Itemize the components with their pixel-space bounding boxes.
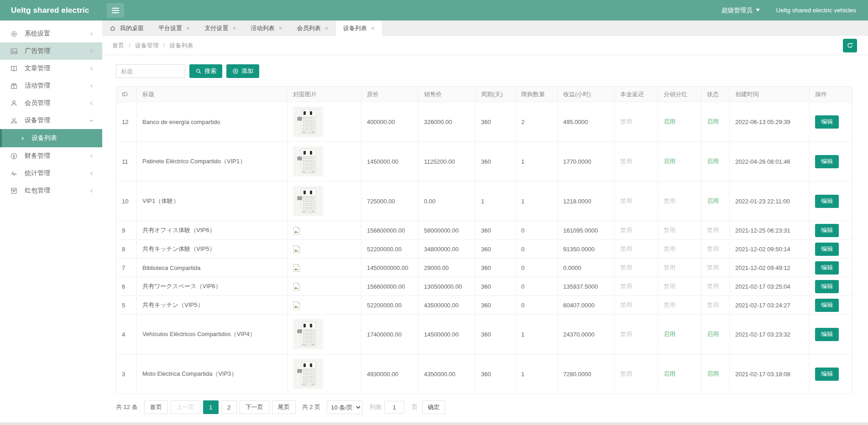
chevron-left-icon — [89, 31, 94, 36]
pagination-last-button[interactable]: 尾页 — [272, 400, 296, 414]
breadcrumb-item-1[interactable]: 设备管理 — [135, 41, 159, 50]
sidebar-item-3[interactable]: 活动管理 — [0, 77, 102, 94]
cell-id: 11 — [116, 142, 137, 181]
cell-sale_price: 1125200.00 — [418, 142, 476, 181]
pagination-page-2[interactable]: 2 — [221, 400, 237, 414]
pagination-page-1[interactable]: 1 — [203, 400, 219, 414]
pagination-total: 共 12 条 — [116, 403, 138, 411]
pagination-next-button[interactable]: 下一页 — [240, 400, 269, 414]
cell-sale_price: 130500000.00 — [418, 277, 476, 296]
breadcrumb-item-0[interactable]: 首页 — [112, 41, 124, 50]
edit-button[interactable]: 编辑 — [815, 155, 839, 168]
search-button[interactable]: 搜索 — [189, 64, 222, 78]
tab-bar: 我的桌面平台设置×支付设置×活动列表×会员列表×设备列表× — [102, 21, 868, 36]
close-icon[interactable]: × — [278, 25, 282, 31]
cell-id: 8 — [116, 240, 137, 259]
cell-dividend: 禁用 — [658, 296, 701, 315]
tab-2[interactable]: 支付设置× — [197, 21, 243, 36]
edit-button[interactable]: 编辑 — [815, 328, 839, 341]
cell-status: 启用 — [701, 102, 730, 142]
action-cell: 编辑 — [810, 102, 852, 142]
pagination-first-button[interactable]: 首页 — [144, 400, 168, 414]
cell-status: 启用 — [701, 354, 730, 394]
edit-button[interactable]: 编辑 — [815, 115, 839, 129]
hamburger-menu-icon[interactable] — [107, 3, 124, 18]
goto-confirm-button[interactable]: 确定 — [422, 400, 445, 414]
cell-price: 4930000.00 — [361, 354, 418, 394]
status-badge: 禁用 — [620, 370, 632, 378]
tab-3[interactable]: 活动列表× — [243, 21, 289, 36]
device-table: ID标题封面图片原价销售价周期(天)限购数量收益(小时)本金返还分销分红状态创建… — [116, 86, 852, 394]
device-photo — [288, 142, 361, 181]
breadcrumb-bar: 首页/设备管理/设备列表 — [102, 36, 868, 55]
table-row: 5共有キッチン（VIP5）52200000.0043500000.0036006… — [116, 296, 852, 315]
cell-id: 7 — [116, 259, 137, 277]
search-icon — [195, 68, 202, 74]
tab-1[interactable]: 平台设置× — [151, 21, 197, 36]
chevron-left-icon — [89, 154, 94, 159]
cell-created: 2022-04-26 08:01:46 — [730, 142, 810, 181]
close-icon[interactable]: × — [325, 25, 329, 31]
close-icon[interactable]: × — [232, 25, 236, 31]
action-cell: 编辑 — [810, 296, 852, 315]
edit-button[interactable]: 编辑 — [815, 243, 839, 256]
edit-button[interactable]: 编辑 — [815, 368, 839, 381]
action-cell: 编辑 — [810, 259, 852, 277]
broken-image-icon — [288, 240, 361, 259]
status-badge: 禁用 — [620, 282, 632, 290]
cell-profit: 60407.0000 — [558, 296, 615, 315]
account-name: Ueltg shared electric vehicles — [776, 7, 856, 14]
cell-price: 400000.00 — [361, 102, 418, 142]
edit-button[interactable]: 编辑 — [815, 299, 839, 312]
cell-period: 360 — [476, 277, 516, 296]
tab-0[interactable]: 我的桌面 — [102, 21, 151, 36]
sidebar-item-0[interactable]: 系统设置 — [0, 25, 102, 42]
cell-sale_price: 14500000.00 — [418, 315, 476, 354]
sidebar-item-9[interactable]: 红包管理 — [0, 182, 102, 199]
cell-principal: 禁用 — [615, 315, 658, 354]
pagination-prev-button[interactable]: 上一页 — [171, 400, 200, 414]
broken-image-icon — [288, 259, 361, 277]
home-icon — [110, 25, 116, 31]
cell-dividend: 启用 — [658, 142, 701, 181]
edit-button[interactable]: 编辑 — [815, 195, 839, 208]
cell-sale_price: 29000.00 — [418, 259, 476, 277]
edit-button[interactable]: 编辑 — [815, 280, 839, 293]
cell-dividend: 禁用 — [658, 240, 701, 259]
column-header-7: 收益(小时) — [558, 87, 615, 102]
sidebar-item-7[interactable]: 财务管理 — [0, 147, 102, 165]
close-icon[interactable]: × — [186, 25, 190, 31]
cell-period: 1 — [476, 181, 516, 221]
cell-price: 52200000.00 — [361, 240, 418, 259]
device-photo — [288, 354, 361, 394]
search-input[interactable] — [116, 64, 185, 78]
chevron-left-icon — [89, 101, 94, 106]
app-header: Ueltg shared electric 超级管理员 Ueltg shared… — [0, 0, 868, 21]
sidebar-item-5[interactable]: 设备管理 — [0, 112, 102, 129]
close-icon[interactable]: × — [371, 25, 375, 31]
table-row: 3Moto Electrica Compartida（VIP3）4930000.… — [116, 354, 852, 394]
column-header-5: 周期(天) — [476, 87, 516, 102]
sidebar-item-6[interactable]: 设备列表 — [0, 129, 102, 147]
edit-button[interactable]: 编辑 — [815, 261, 839, 275]
refresh-button[interactable] — [843, 39, 857, 52]
cell-price: 1450000000.00 — [361, 259, 418, 277]
tab-4[interactable]: 会员列表× — [290, 21, 336, 36]
cell-status: 禁用 — [701, 277, 730, 296]
cell-title: Patinete Eléctrico Compartido（VIP1） — [137, 142, 288, 181]
cell-profit: 1218.0000 — [558, 181, 615, 221]
sidebar-item-2[interactable]: 文章管理 — [0, 60, 102, 77]
goto-page-input[interactable] — [384, 401, 404, 414]
add-button[interactable]: 添加 — [226, 64, 259, 78]
cell-title: 共有キッチン体験（VIP5） — [137, 240, 288, 259]
cell-sale_price: 43500000.00 — [418, 296, 476, 315]
cell-status: 启用 — [701, 315, 730, 354]
sidebar-item-1[interactable]: 广告管理 — [0, 42, 102, 60]
edit-button[interactable]: 编辑 — [815, 224, 839, 237]
sidebar-item-4[interactable]: 会员管理 — [0, 94, 102, 112]
cell-profit: 135937.5000 — [558, 277, 615, 296]
user-role-dropdown[interactable]: 超级管理员 — [722, 6, 761, 15]
tab-5[interactable]: 设备列表× — [336, 21, 382, 36]
page-size-select[interactable]: 10 条/页 — [327, 400, 362, 414]
sidebar-item-8[interactable]: 统计管理 — [0, 165, 102, 182]
